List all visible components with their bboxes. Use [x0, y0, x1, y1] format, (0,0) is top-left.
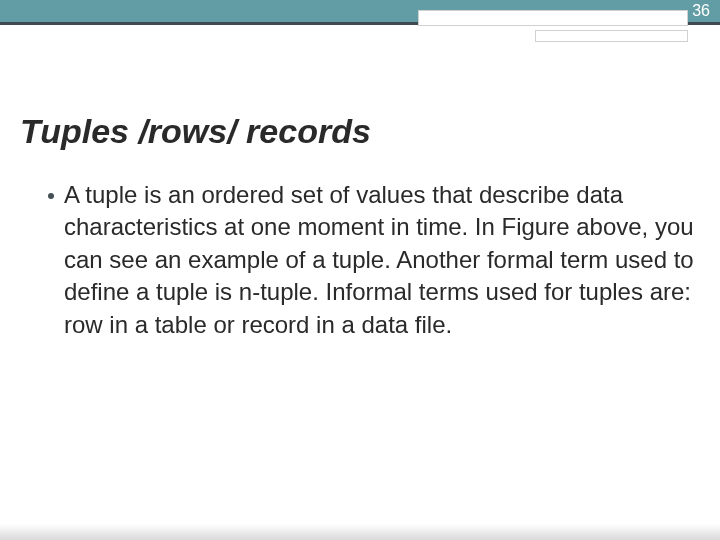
body-text: A tuple is an ordered set of values that… [64, 179, 700, 341]
header-decoration: 36 [0, 0, 720, 60]
decoration-box-small [535, 30, 688, 42]
bullet-icon [48, 193, 54, 199]
decoration-box-large [418, 10, 688, 26]
bottom-shadow [0, 524, 720, 540]
slide-title: Tuples /rows/ records [20, 112, 700, 151]
bullet-item: A tuple is an ordered set of values that… [20, 179, 700, 341]
page-number: 36 [692, 2, 710, 20]
slide-content: Tuples /rows/ records A tuple is an orde… [20, 112, 700, 341]
